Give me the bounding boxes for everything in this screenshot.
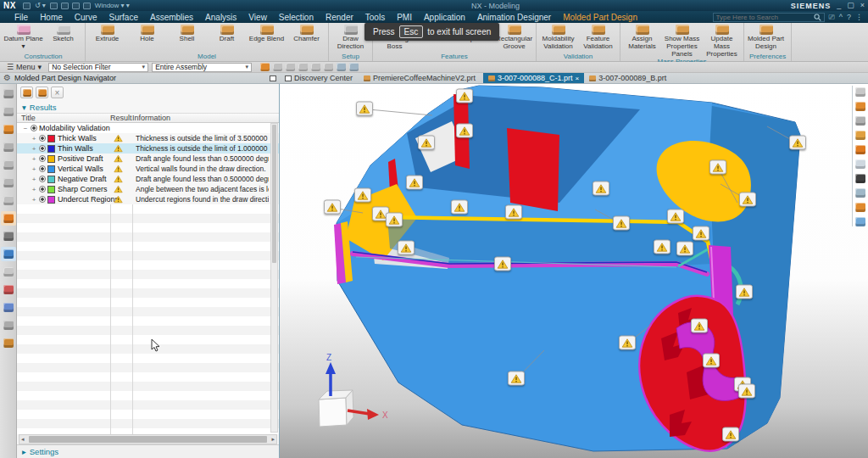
scroll-right-arrow[interactable]: ▸ xyxy=(270,436,276,443)
resource-bar-item[interactable] xyxy=(1,318,16,332)
ribbon-group-label[interactable]: Model xyxy=(87,53,326,61)
ribbon-button[interactable]: Molded Part Design xyxy=(746,24,786,51)
selection-scope-dropdown[interactable]: Entire Assembly▾ xyxy=(152,63,252,72)
validation-warning-marker[interactable] xyxy=(494,257,511,271)
validation-warning-marker[interactable] xyxy=(398,241,415,255)
validation-warning-marker[interactable] xyxy=(356,102,373,116)
validation-warning-marker[interactable] xyxy=(722,427,739,442)
tree-root-row[interactable]: − Moldability Validation xyxy=(17,123,279,133)
validation-row[interactable]: + Undercut Regions Undercut regions foun… xyxy=(17,194,279,204)
resource-bar-item[interactable] xyxy=(1,282,16,297)
validation-warning-marker[interactable] xyxy=(456,89,473,103)
validation-warning-marker[interactable] xyxy=(593,182,609,196)
validation-warning-marker[interactable] xyxy=(451,200,468,215)
minimize-button[interactable]: _ xyxy=(837,2,841,9)
ribbon-button[interactable]: Datum Plane ▾ xyxy=(3,24,43,51)
save-icon[interactable] xyxy=(23,3,31,9)
view-tool-icon[interactable] xyxy=(855,102,865,111)
minimize-ribbon-icon[interactable]: ^ xyxy=(839,13,843,21)
ribbon-group-label[interactable]: Construction xyxy=(3,53,83,61)
menu-item[interactable]: Molded Part Design xyxy=(557,13,643,22)
part-tab[interactable]: 3-007-000089_B.prt xyxy=(584,73,674,83)
cut-icon[interactable] xyxy=(50,3,58,9)
search-input[interactable] xyxy=(716,14,814,21)
validation-row[interactable]: + Positive Draft Draft angle found less … xyxy=(17,154,279,164)
orientation-triad[interactable]: Z X xyxy=(319,353,388,427)
close-button[interactable]: × xyxy=(860,2,865,9)
ribbon-button[interactable]: Moldability Validation xyxy=(538,24,578,51)
resource-bar-item[interactable] xyxy=(1,229,16,243)
resource-bar-item[interactable] xyxy=(1,300,16,315)
ribbon-button[interactable]: Edge Blend xyxy=(247,24,287,43)
ribbon-group-label[interactable]: Validation xyxy=(538,53,618,61)
resource-bar-item[interactable] xyxy=(1,211,16,226)
validation-warning-marker[interactable] xyxy=(676,242,693,256)
menu-item[interactable]: View xyxy=(242,13,273,22)
restore-button[interactable]: ▢ xyxy=(847,2,854,9)
expander-icon[interactable]: + xyxy=(31,145,37,153)
ribbon-group-label[interactable]: Preferences xyxy=(746,53,789,61)
menu-item[interactable]: File xyxy=(8,13,34,22)
view-tool-icon[interactable] xyxy=(855,131,865,140)
view-tool-icon[interactable] xyxy=(855,217,865,226)
toolbar-icon[interactable] xyxy=(337,63,346,71)
panel-vertical-scrollbar[interactable] xyxy=(270,123,278,433)
visibility-icon[interactable] xyxy=(39,155,46,162)
toolbar-icon[interactable] xyxy=(298,63,308,71)
validation-warning-marker[interactable] xyxy=(418,136,435,150)
menu-item[interactable]: Selection xyxy=(273,13,320,22)
ribbon-button[interactable]: Assign Materials xyxy=(622,24,662,51)
visibility-icon[interactable] xyxy=(39,145,46,152)
validation-warning-marker[interactable] xyxy=(654,240,670,254)
view-tool-icon[interactable] xyxy=(855,174,865,183)
gear-icon[interactable]: ⚙ xyxy=(3,74,11,82)
column-result[interactable]: Result xyxy=(110,114,132,122)
touch-mode-icon[interactable] xyxy=(83,3,91,9)
toolbar-icon[interactable] xyxy=(260,63,270,71)
settings-section-header[interactable]: ▸ Settings xyxy=(17,444,279,458)
ribbon-button[interactable]: Hole xyxy=(127,24,167,43)
visibility-icon[interactable] xyxy=(31,125,37,131)
resource-bar-item[interactable] xyxy=(1,87,16,101)
expander-icon[interactable]: + xyxy=(31,165,37,173)
validation-warning-marker[interactable] xyxy=(736,285,753,299)
ribbon-button[interactable]: Feature Validation xyxy=(578,24,618,51)
validation-warning-marker[interactable] xyxy=(789,136,806,150)
validation-warning-marker[interactable] xyxy=(709,160,726,175)
clear-results-button[interactable]: × xyxy=(51,87,64,98)
view-tool-icon[interactable] xyxy=(855,159,865,169)
view-tool-icon[interactable] xyxy=(855,116,865,126)
results-section-header[interactable]: ▾ Results xyxy=(17,101,279,113)
panel-horizontal-scrollbar[interactable]: ◂ ▸ xyxy=(19,434,277,444)
ribbon-button[interactable]: Chamfer xyxy=(287,24,326,43)
menu-item[interactable]: Tools xyxy=(359,13,391,22)
menu-item[interactable]: PMI xyxy=(391,13,418,22)
validation-warning-marker[interactable] xyxy=(324,200,341,215)
visibility-icon[interactable] xyxy=(39,135,46,142)
undo-icon[interactable]: ↺ ▾ xyxy=(35,2,46,9)
expander-icon[interactable]: + xyxy=(31,176,37,183)
resource-bar-item[interactable] xyxy=(1,140,16,154)
undock-panel-icon[interactable] xyxy=(270,75,276,81)
menu-button[interactable]: ☰ Menu ▾ xyxy=(3,63,45,71)
menu-item[interactable]: Curve xyxy=(69,13,103,22)
validation-warning-marker[interactable] xyxy=(613,216,630,231)
more-icon[interactable]: ⋮ xyxy=(855,13,863,21)
visibility-icon[interactable] xyxy=(39,186,46,193)
view-tool-icon[interactable] xyxy=(855,87,865,97)
validation-row[interactable]: + Vertical Walls Vertical walls found in… xyxy=(17,164,279,174)
paste-icon[interactable] xyxy=(72,3,80,9)
column-information[interactable]: Information xyxy=(132,114,279,122)
part-tab[interactable]: 3-007-000088_C-1.prt × xyxy=(483,73,584,83)
validation-row[interactable]: + Sharp Corners Angle between the two ad… xyxy=(17,184,279,194)
ribbon-group-label[interactable]: Features xyxy=(375,53,534,61)
copy-icon[interactable] xyxy=(61,3,69,9)
expander-icon[interactable]: − xyxy=(22,125,29,132)
validation-warning-marker[interactable] xyxy=(738,384,755,399)
toolbar-icon[interactable] xyxy=(286,63,295,71)
scrollbar-thumb[interactable] xyxy=(29,436,268,443)
toolbar-icon[interactable] xyxy=(324,63,333,71)
validation-warning-marker[interactable] xyxy=(505,205,522,220)
ribbon-button[interactable]: Update Mass Properties xyxy=(702,24,742,58)
scroll-left-arrow[interactable]: ◂ xyxy=(19,436,26,443)
